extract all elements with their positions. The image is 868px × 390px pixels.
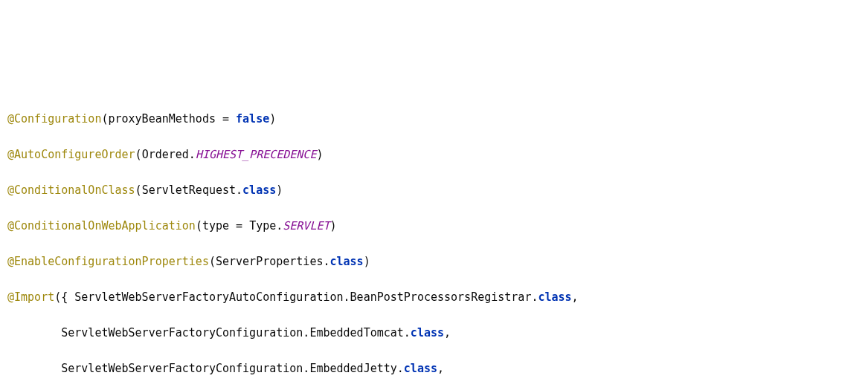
code-line: @ConditionalOnWebApplication(type = Type… [7, 217, 868, 235]
annotation: @AutoConfigureOrder [7, 148, 135, 161]
annotation: @Configuration [7, 112, 101, 126]
code-line: @EnableConfigurationProperties(ServerPro… [7, 253, 868, 270]
code-line: @ConditionalOnClass(ServletRequest.class… [7, 181, 868, 199]
code-editor-view[interactable]: @Configuration(proxyBeanMethods = false)… [0, 89, 868, 390]
code-line: ServletWebServerFactoryConfiguration.Emb… [7, 360, 868, 377]
constant: HIGHEST_PRECEDENCE [196, 148, 317, 161]
code-line: @Import({ ServletWebServerFactoryAutoCon… [7, 288, 868, 306]
annotation: @Import [7, 290, 54, 304]
code-line: @AutoConfigureOrder(Ordered.HIGHEST_PREC… [7, 146, 868, 163]
annotation: @ConditionalOnWebApplication [7, 219, 196, 233]
constant: SERVLET [283, 219, 329, 233]
annotation: @ConditionalOnClass [7, 183, 135, 197]
code-line: @Configuration(proxyBeanMethods = false) [7, 110, 868, 128]
code-line: ServletWebServerFactoryConfiguration.Emb… [7, 324, 868, 342]
annotation: @EnableConfigurationProperties [7, 255, 209, 268]
